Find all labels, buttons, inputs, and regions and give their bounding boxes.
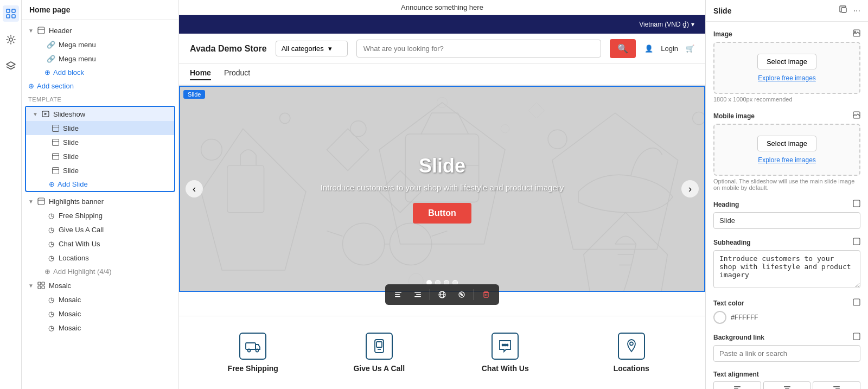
sidebar-item-slide-1[interactable]: Slide [26, 121, 174, 135]
explore-images-link[interactable]: Explore free images [758, 74, 816, 82]
login-label[interactable]: Login [661, 44, 678, 53]
slide-button[interactable]: Button [413, 203, 471, 224]
sidebar-item-give-us-call[interactable]: ◷ Give Us A Call [22, 222, 178, 237]
store-name: Avada Demo Store [190, 44, 267, 54]
svg-rect-83 [853, 333, 860, 340]
heading-input[interactable] [713, 212, 860, 229]
svg-rect-21 [42, 286, 44, 289]
slide-next-arrow[interactable]: › [681, 180, 699, 197]
align-right-btn[interactable] [813, 381, 860, 389]
plus-icon: ⊕ [44, 68, 50, 76]
sidebar-item-mosaic-1[interactable]: ◷ Mosaic [22, 292, 178, 307]
add-block-link[interactable]: ⊕ Add block [22, 66, 178, 79]
category-select[interactable]: All categories ▾ [276, 41, 348, 56]
highlight-chat-with-us: Chat With Us [442, 333, 569, 373]
cart-icon[interactable]: 🛒 [686, 44, 694, 53]
toolbar-text-btn[interactable] [391, 287, 406, 302]
sidebar-item-slide-3[interactable]: Slide [26, 149, 174, 163]
panel-more-icon[interactable]: ··· [853, 6, 860, 16]
slide-prev-arrow[interactable]: ‹ [186, 180, 203, 197]
give-us-call-highlight-label: Give Us A Call [353, 364, 405, 373]
align-center-btn[interactable] [763, 381, 811, 389]
rp-heading-section: Heading [713, 200, 860, 229]
locations-highlight-icon [618, 333, 645, 360]
page-nav-home[interactable]: Home [190, 68, 211, 80]
page-nav-product[interactable]: Product [224, 68, 250, 80]
free-shipping-icon: ◷ [47, 211, 55, 220]
svg-point-78 [854, 31, 856, 33]
rp-text-align-section: Text alignment [713, 371, 860, 389]
select-mobile-image-button[interactable]: Select image [757, 136, 816, 151]
right-panel-header: Slide ··· [706, 0, 868, 22]
rp-heading-icon [853, 200, 860, 209]
svg-rect-81 [853, 238, 860, 245]
toolbar-globe-btn[interactable] [435, 287, 450, 302]
rp-mobile-image-section: Mobile image Select image Explore free i… [713, 111, 860, 191]
currency-label: Vietnam (VND ₫) [639, 21, 689, 28]
svg-rect-8 [52, 125, 59, 131]
toolbar-link-btn[interactable] [454, 287, 469, 302]
svg-line-34 [458, 113, 468, 134]
toolbar-indent-btn[interactable] [410, 287, 425, 302]
currency-select[interactable]: Vietnam (VND ₫) ▾ [639, 21, 694, 28]
free-shipping-highlight-label: Free Shipping [228, 364, 278, 373]
chevron-highlights-icon: ▼ [28, 199, 34, 205]
align-buttons [713, 381, 860, 389]
color-row: #FFFFFF [713, 311, 860, 324]
sidebar-item-mosaic-2[interactable]: ◷ Mosaic [22, 307, 178, 321]
svg-marker-22 [201, 129, 306, 270]
svg-point-73 [505, 345, 506, 346]
search-button[interactable]: 🔍 [610, 39, 636, 58]
slideshow-section-label: Slideshow [53, 110, 168, 118]
align-left-btn[interactable] [713, 381, 761, 389]
sidebar-item-mosaic[interactable]: ▼ Mosaic [22, 278, 178, 292]
sidebar-item-highlights-banner[interactable]: ▼ Highlights banner [22, 194, 178, 208]
right-panel-title: Slide [713, 7, 731, 15]
slideshow-wrapper: Slide [179, 86, 705, 316]
sidebar-item-slide-2[interactable]: Slide [26, 135, 174, 149]
bg-link-input[interactable] [713, 345, 860, 362]
svg-rect-52 [395, 296, 400, 297]
sidebar-item-chat-with-us[interactable]: ◷ Chat With Us [22, 237, 178, 251]
rp-bg-link-icon [853, 333, 860, 342]
color-swatch[interactable] [713, 311, 726, 324]
rp-image-label: Image [713, 29, 860, 39]
toolbar-divider-2 [474, 289, 474, 300]
svg-rect-80 [853, 200, 860, 207]
add-slide-link[interactable]: ⊕ Add Slide [26, 177, 174, 191]
chevron-down-icon: ▼ [28, 28, 34, 34]
select-image-button[interactable]: Select image [757, 54, 816, 69]
give-us-call-highlight-icon [366, 333, 393, 360]
sidebar-item-locations[interactable]: ◷ Locations [22, 251, 178, 265]
plus-section-icon: ⊕ [28, 82, 34, 90]
mosaic-section-icon [37, 281, 46, 290]
grid-icon-btn[interactable] [3, 5, 19, 22]
slideshow-section-icon [41, 110, 50, 118]
free-shipping-label: Free Shipping [59, 212, 172, 220]
sidebar-item-mosaic-3[interactable]: ◷ Mosaic [22, 321, 178, 335]
sidebar-item-slide-4[interactable]: Slide [26, 163, 174, 177]
sidebar-item-free-shipping[interactable]: ◷ Free Shipping [22, 208, 178, 222]
nav-icons: 👤 Login 🛒 [644, 44, 694, 53]
svg-rect-1 [12, 9, 15, 12]
explore-mobile-images-link[interactable]: Explore free images [758, 156, 816, 164]
search-input[interactable] [356, 40, 601, 58]
slide-content: Slide Introduce customers to your shop w… [321, 155, 564, 224]
rp-subheading-label: Subheading [713, 238, 860, 247]
nav-bar: Avada Demo Store All categories ▾ 🔍 👤 Lo… [179, 34, 705, 64]
sidebar-item-mega-menu-1[interactable]: 🔗 Mega menu [22, 37, 178, 52]
sidebar-item-header[interactable]: ▼ Header [22, 23, 178, 37]
subheading-textarea[interactable]: Introduce customers to your shop with li… [713, 250, 860, 288]
svg-line-43 [327, 231, 342, 237]
panel-copy-icon[interactable] [839, 5, 848, 16]
sidebar-item-slideshow[interactable]: ▼ Slideshow [26, 107, 174, 121]
sidebar-item-mega-menu-2[interactable]: 🔗 Mega menu [22, 52, 178, 66]
svg-point-72 [502, 345, 504, 346]
layers-icon-btn[interactable] [3, 58, 19, 74]
add-section-link[interactable]: ⊕ Add section [22, 79, 178, 93]
toolbar-delete-btn[interactable] [478, 287, 494, 302]
svg-rect-3 [12, 15, 15, 18]
rp-text-align-label: Text alignment [713, 371, 860, 378]
settings-icon-btn[interactable] [3, 31, 19, 48]
slide-1-label: Slide [63, 124, 168, 132]
